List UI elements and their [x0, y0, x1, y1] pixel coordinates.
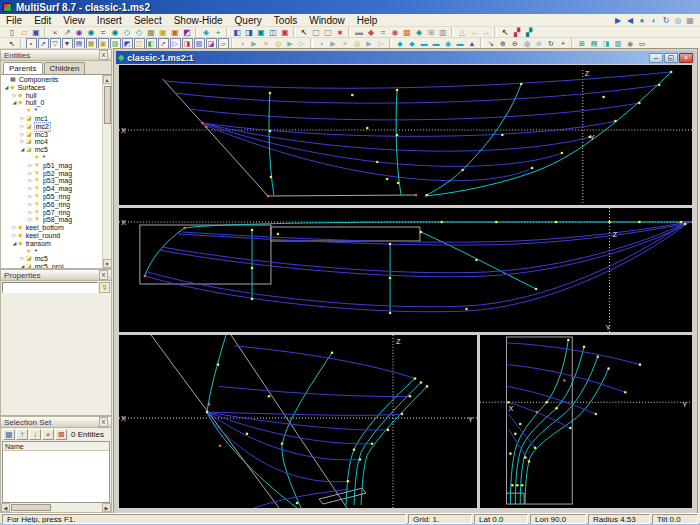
tree-item[interactable]: ▷ ▼ p56_ring: [1, 201, 102, 209]
expand-arrow-icon[interactable]: ◢: [11, 99, 18, 107]
tree-item-label[interactable]: Surfaces: [17, 84, 47, 92]
snake-icon[interactable]: ≈: [98, 27, 109, 38]
expand-arrow-icon[interactable]: ◢: [19, 263, 26, 268]
plane-icon[interactable]: ▣: [158, 27, 169, 38]
window-rows-icon[interactable]: ▥: [613, 38, 624, 49]
scroll-left-icon[interactable]: ◀: [1, 503, 10, 512]
tree-item[interactable]: ◢ ◪ mc5: [1, 146, 102, 154]
expand-arrow-icon[interactable]: ▷: [27, 177, 34, 185]
menu-item[interactable]: Select: [128, 14, 168, 27]
hatch-icon[interactable]: ▩: [402, 27, 413, 38]
tree-item[interactable]: ▷ ▼ p54_mag: [1, 185, 102, 193]
toolbar-icon[interactable]: [348, 27, 351, 38]
menu-item[interactable]: Tools: [268, 14, 303, 27]
pen-red-icon[interactable]: ▞: [512, 27, 523, 38]
selection-list-body[interactable]: [3, 451, 109, 502]
toolbar-icon[interactable]: [20, 38, 23, 49]
tree-scrollbar[interactable]: ▲ ▼: [102, 75, 111, 268]
scrollbar-thumb[interactable]: [11, 504, 51, 511]
tree-item-label[interactable]: p57_ring: [42, 209, 71, 217]
insert-blend-icon[interactable]: ◫: [134, 38, 145, 49]
view-top-icon[interactable]: ▬: [419, 38, 430, 49]
tree-item[interactable]: ◢ ◆ hull_0: [1, 99, 102, 107]
tree-item[interactable]: ★ *: [1, 107, 102, 115]
view-window2-icon[interactable]: ◨: [244, 27, 255, 38]
insert-sub-icon[interactable]: ▧: [194, 38, 205, 49]
tree-item[interactable]: ◢ ◆ transom: [1, 240, 102, 248]
grid-icon[interactable]: ▦: [685, 15, 696, 26]
rotate-view-icon[interactable]: ↻: [546, 38, 557, 49]
show-fwd-icon[interactable]: ▶: [285, 38, 296, 49]
window-cascade-icon[interactable]: ⊞: [577, 38, 588, 49]
menu-item[interactable]: Window: [303, 14, 351, 27]
document-titlebar[interactable]: ◆ classic-1.ms2:1 – ◱ ×: [116, 51, 695, 64]
arrow-lr2-icon[interactable]: ↔: [481, 27, 492, 38]
ring-tool-icon[interactable]: ◉: [86, 27, 97, 38]
toolbar-icon[interactable]: [480, 38, 483, 49]
view-window-icon[interactable]: ◧: [232, 27, 243, 38]
tree-item-label[interactable]: Components: [18, 76, 60, 84]
contour-icon[interactable]: ◩: [182, 27, 193, 38]
insert-folder-icon[interactable]: ▱: [218, 38, 229, 49]
filter-icon[interactable]: ↯: [99, 282, 110, 293]
new-file-icon[interactable]: ▯: [7, 27, 18, 38]
zoom-out-icon[interactable]: ⊖: [510, 38, 521, 49]
view-plan-icon[interactable]: ▬: [455, 38, 466, 49]
tree-item[interactable]: ▷ ◆ keel_bottom: [1, 224, 102, 232]
tree-item[interactable]: ▷ ▼ p57_ring: [1, 209, 102, 217]
surface2-icon[interactable]: ◇: [134, 27, 145, 38]
toolbar-icon[interactable]: [389, 38, 392, 49]
rows-icon[interactable]: ▥: [438, 27, 449, 38]
move-up-icon[interactable]: ↑: [16, 429, 28, 440]
insert-rel-icon[interactable]: ▷: [170, 38, 181, 49]
bead-icon[interactable]: ◉: [110, 27, 121, 38]
tree-item[interactable]: ▷ ◪ mc5: [1, 255, 102, 263]
tree-item[interactable]: ▷ ◪ mc2: [1, 123, 102, 131]
toolbar-icon[interactable]: [231, 38, 234, 49]
nav-back-icon[interactable]: ◀: [625, 15, 636, 26]
show-next-icon[interactable]: ▶: [249, 38, 260, 49]
measure-icon[interactable]: ▬: [354, 27, 365, 38]
open-file-icon[interactable]: ▱: [19, 27, 30, 38]
mesh-icon[interactable]: ▦: [146, 27, 157, 38]
view-front-icon[interactable]: ◆: [395, 38, 406, 49]
minimize-icon[interactable]: –: [649, 53, 663, 63]
tree-item-label[interactable]: *: [33, 107, 38, 115]
insert-surf-icon[interactable]: ▨: [110, 38, 121, 49]
view-body[interactable]: X Z Y: [119, 335, 477, 508]
window-bar-icon[interactable]: ▭: [637, 38, 648, 49]
tree-item-label[interactable]: mc5: [34, 255, 49, 263]
expand-arrow-icon[interactable]: ▷: [27, 216, 34, 224]
zoom-window-icon[interactable]: ◎: [522, 38, 533, 49]
close-icon[interactable]: ×: [679, 53, 693, 63]
curvature-icon[interactable]: ≈: [378, 27, 389, 38]
locate-icon[interactable]: ◉: [390, 27, 401, 38]
hide-ring-icon[interactable]: ◎: [352, 38, 363, 49]
tree-item[interactable]: ▷ ◪ mc1: [1, 115, 102, 123]
toolbar-icon[interactable]: [293, 27, 296, 38]
select-box-icon[interactable]: ▢: [311, 27, 322, 38]
triangle-icon[interactable]: △: [457, 27, 468, 38]
remove-icon[interactable]: ×: [42, 429, 54, 440]
expand-arrow-icon[interactable]: ◢: [11, 240, 18, 248]
clear-all-icon[interactable]: ⊠: [55, 429, 67, 440]
hide-hollow-icon[interactable]: ▷: [376, 38, 387, 49]
half-point-icon[interactable]: ◐: [649, 15, 660, 26]
expand-arrow-icon[interactable]: ▷: [27, 162, 34, 170]
tab[interactable]: Children: [44, 62, 86, 74]
selection-name-column[interactable]: Name: [3, 442, 109, 451]
tree-item[interactable]: ▷ ◆ keel_round: [1, 232, 102, 240]
tree-item-label[interactable]: hull_0: [25, 99, 46, 107]
point-icon[interactable]: ●: [637, 15, 648, 26]
tree-item[interactable]: ▷ ▼ p53_mag: [1, 177, 102, 185]
expand-arrow-icon[interactable]: ▷: [19, 138, 26, 146]
insert-line-icon[interactable]: ↗: [38, 38, 49, 49]
scroll-right-icon[interactable]: ▶: [102, 503, 111, 512]
delete-icon[interactable]: ×: [50, 27, 61, 38]
show-all-icon[interactable]: »: [261, 38, 272, 49]
close-icon[interactable]: x: [99, 417, 108, 427]
expand-arrow-icon[interactable]: ▷: [27, 193, 34, 201]
select-pointer-icon[interactable]: ↖: [500, 27, 511, 38]
expand-arrow-icon[interactable]: ▷: [27, 170, 34, 178]
menu-item[interactable]: File: [0, 14, 28, 27]
